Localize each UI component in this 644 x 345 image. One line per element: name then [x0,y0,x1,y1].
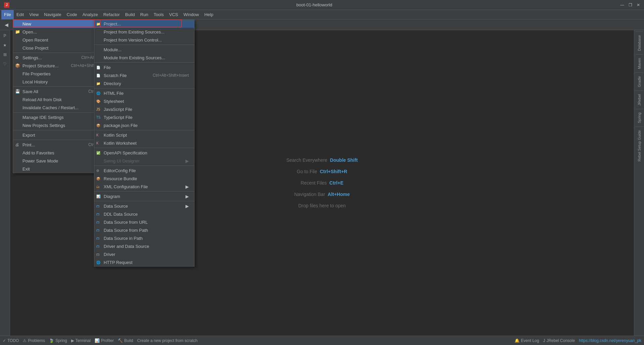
new-http-request-label: HTTP Request [104,260,132,265]
build-label: Build [124,338,133,343]
new-datasource-url[interactable]: 🗃 Data Source from URL [94,218,194,226]
file-power-save[interactable]: Power Save Mode [13,157,106,165]
status-jrebel-console[interactable]: J JRebel Console [543,338,575,343]
tab-jrebel[interactable]: JRebel [635,90,643,109]
new-scratch-file[interactable]: 📄 Scratch File Ctrl+Alt+Shift+Insert [94,71,194,79]
tab-spring[interactable]: Spring [635,109,643,127]
menu-vcs[interactable]: VCS [166,10,181,19]
file-properties[interactable]: File Properties ▶ [13,70,106,78]
datasource-url-icon: 🗃 [96,220,100,224]
sidebar-structure[interactable]: ⊞ [1,50,9,59]
close-button[interactable]: ✕ [635,2,641,8]
new-file[interactable]: 📄 File [94,63,194,71]
file-exit[interactable]: Exit [13,165,106,173]
tab-maven[interactable]: Maven [635,54,643,72]
minimize-button[interactable]: — [619,2,625,8]
tab-gradle[interactable]: Gradle [635,72,643,90]
tab-rebel-setup[interactable]: Rebel Setup Guide [635,127,643,165]
new-file-label: File [104,65,111,70]
new-kotlin-worksheet[interactable]: K Kotlin Worksheet [94,139,194,147]
file-new-projects-settings[interactable]: New Projects Settings ▶ [13,121,106,129]
new-datasource[interactable]: 🗃 Data Source ▶ [94,202,194,210]
new-project-vcs[interactable]: Project from Version Control... [94,36,194,44]
new-http-request[interactable]: 🌐 HTTP Request [94,258,194,266]
menu-navigate[interactable]: Navigate [41,10,64,19]
menu-edit[interactable]: Edit [14,10,26,19]
file-save-all[interactable]: 💾 Save All Ctrl+S [13,87,106,95]
status-problems[interactable]: ⚠ Problems [23,338,45,343]
ddl-datasource-icon: 🗃 [96,212,100,216]
new-module[interactable]: Module... [94,46,194,54]
jrebel-console-label: JRebel Console [546,338,575,343]
new-datasource-in-path[interactable]: 🗃 Data Source in Path [94,234,194,242]
menu-file[interactable]: File [1,10,14,19]
status-profiler[interactable]: 📊 Profiler [95,338,114,343]
file-open[interactable]: 📁 Open... [13,28,106,36]
maximize-button[interactable]: ❐ [627,2,633,8]
new-stylesheet-label: Stylesheet [104,99,124,104]
new-module-existing[interactable]: Module from Existing Sources... [94,54,194,62]
new-driver-datasource[interactable]: 🗃 Driver and Data Source [94,242,194,250]
menu-build[interactable]: Build [122,10,138,19]
new-editorconfig[interactable]: ⚙ EditorConfig File [94,166,194,175]
new-ddl-datasource[interactable]: 🗃 DDL Data Source [94,210,194,218]
menu-refactor[interactable]: Refactor [101,10,122,19]
new-openapi[interactable]: ✅ OpenAPI Specification [94,149,194,157]
status-eventlog[interactable]: 🔔 Event Log [515,338,539,343]
file-settings[interactable]: ⚙ Settings... Ctrl+Alt+S [13,54,106,62]
toolbar-back[interactable]: ◀ [3,21,10,28]
new-xml-config[interactable]: 🗂 XML Configuration File ▶ [94,183,194,191]
menu-help[interactable]: Help [202,10,216,19]
titlebar: J boot-01-helloworld — ❐ ✕ [0,0,644,10]
new-project-existing[interactable]: Project from Existing Sources... [94,28,194,36]
status-todo[interactable]: ✓ TODO [3,338,19,343]
new-js[interactable]: JS JavaScript File [94,105,194,113]
sidebar-favorites[interactable]: ♡ [1,60,9,68]
menu-code[interactable]: Code [64,10,80,19]
new-ts[interactable]: TS TypeScript File [94,113,194,121]
sidebar-bookmark[interactable]: ★ [1,41,9,50]
menu-run[interactable]: Run [138,10,151,19]
menu-window[interactable]: Window [181,10,202,19]
new-project[interactable]: 📁 Project... [94,20,194,28]
directory-icon: 📁 [96,82,100,85]
new-directory[interactable]: 📁 Directory [94,79,194,87]
sidebar-project[interactable]: P [1,31,9,40]
hint-recent-text: Recent Files [301,180,327,186]
file-open-recent[interactable]: Open Recent ▶ [13,36,106,44]
menu-tools[interactable]: Tools [151,10,166,19]
status-terminal[interactable]: ▶ Terminal [71,338,91,343]
new-resource-bundle[interactable]: 📦 Resource Bundle [94,175,194,183]
status-spring[interactable]: 🍃 Spring [49,338,67,343]
status-build[interactable]: 🔨 Build [118,338,133,343]
profiler-label: Profiler [101,338,114,343]
new-html[interactable]: 🌐 HTML File [94,89,194,97]
file-manage-ide[interactable]: Manage IDE Settings ▶ [13,113,106,121]
file-invalidate[interactable]: Invalidate Caches / Restart... [13,104,106,112]
file-reload[interactable]: Reload All from Disk [13,95,106,104]
new-package-json[interactable]: 📦 package.json File [94,121,194,129]
new-driver[interactable]: 🗃 Driver [94,250,194,258]
new-datasource-path[interactable]: 🗃 Data Source from Path [94,226,194,234]
new-sep7 [94,191,194,192]
file-close-project[interactable]: Close Project [13,44,106,52]
file-export[interactable]: Export ▶ [13,131,106,139]
hint-drop: Drop files here to open [298,203,346,208]
file-export-label: Export [22,133,35,138]
file-close-project-label: Close Project [22,46,48,51]
new-diagram[interactable]: 📊 Diagram ▶ [94,192,194,200]
file-local-history[interactable]: Local History ▶ [13,78,106,86]
todo-label: TODO [7,338,19,343]
new-project-existing-label: Project from Existing Sources... [104,29,164,34]
file-project-structure[interactable]: 📦 Project Structure... Ctrl+Alt+Shift+S [13,62,106,70]
file-add-favorites[interactable]: Add to Favorites ▶ [13,149,106,157]
menu-view[interactable]: View [26,10,41,19]
menu-analyze[interactable]: Analyze [80,10,101,19]
new-stylesheet[interactable]: 🎨 Stylesheet [94,97,194,105]
new-kotlin-script[interactable]: K Kotlin Script [94,131,194,139]
tab-database[interactable]: Database [635,31,643,54]
file-print[interactable]: 🖨 Print... Ctrl+P [13,141,106,149]
new-package-json-label: package.json File [104,123,138,128]
status-url: https://blog.csdn.net/yerenyuan_pk [579,338,641,343]
file-new[interactable]: New ▶ [13,20,106,28]
